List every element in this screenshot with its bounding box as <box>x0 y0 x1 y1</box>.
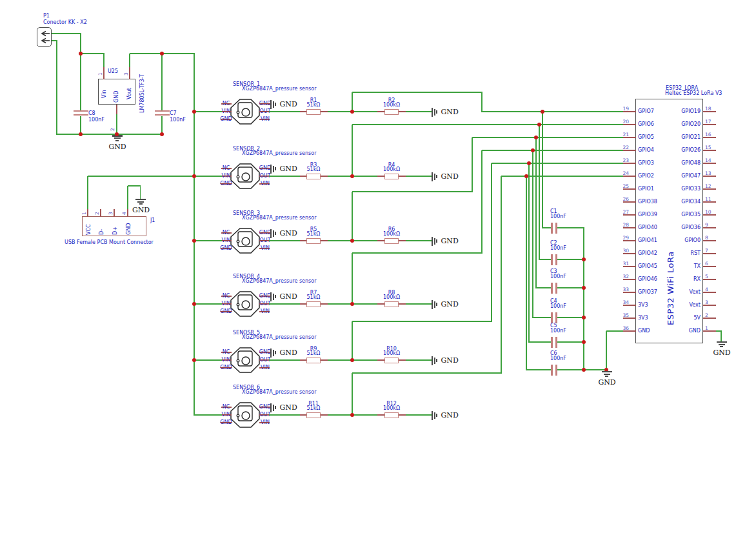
esp32-pin-number: 28 <box>622 223 629 228</box>
wire <box>501 176 624 177</box>
resistor-value: 51kΩ <box>307 103 321 108</box>
resistor-R9[interactable] <box>306 358 321 363</box>
wire <box>128 185 141 187</box>
resistor-R7[interactable] <box>306 301 321 307</box>
esp32-pin-number: 27 <box>622 210 629 215</box>
wire <box>557 287 584 288</box>
capacitor-value: 100nF <box>550 246 566 251</box>
esp32-pin-name: GPIO2 <box>638 174 654 179</box>
wire <box>557 341 584 343</box>
resistor-R10[interactable] <box>384 358 399 363</box>
j1-ref: J1 <box>150 218 155 223</box>
esp32-pin-number: 15 <box>705 145 711 150</box>
gnd-flag <box>275 103 276 106</box>
esp32-pin-number: 3 <box>705 300 708 305</box>
wire <box>539 125 540 260</box>
sensor-symbol-SENSOR_3[interactable] <box>230 227 262 254</box>
resistor-R5[interactable] <box>306 238 321 244</box>
sensor-symbol-SENOSR_5[interactable] <box>230 347 262 374</box>
gnd-net-label: GND <box>441 173 459 180</box>
wire <box>194 303 222 305</box>
j1-pin-name: D- <box>99 229 104 235</box>
wire <box>526 176 527 370</box>
j1-pin-name: D+ <box>113 227 118 235</box>
sensor-symbol-SENSOR_2[interactable] <box>230 163 262 190</box>
wire <box>52 33 81 34</box>
esp32-pin-name: GPIO48 <box>681 161 701 166</box>
wire <box>80 54 81 111</box>
sensor-pin-label: VIN <box>222 109 231 114</box>
gnd-flag <box>434 358 435 364</box>
resistor-R1[interactable] <box>306 109 321 115</box>
resistor-R12[interactable] <box>384 412 399 418</box>
wire <box>352 124 624 125</box>
wire <box>161 54 163 111</box>
pin-stub <box>321 359 328 361</box>
sensor-pin-label: VIN <box>222 174 231 179</box>
esp32-pin-number: 30 <box>622 248 629 254</box>
sensor-part: XGZP6847A_pressure sensor <box>242 390 316 395</box>
pin-stub <box>127 209 128 217</box>
esp32-pin-number: 36 <box>622 326 629 331</box>
esp32-pin-name: RST <box>690 251 701 256</box>
capacitor-plate <box>555 312 557 323</box>
gnd-symbol <box>719 344 725 345</box>
resistor-R6[interactable] <box>384 238 399 244</box>
esp32-pin-number: 4 <box>705 287 708 292</box>
wire <box>269 111 301 112</box>
gnd-flag <box>273 350 274 356</box>
gnd-symbol <box>114 137 121 139</box>
esp32-pin-name: GPIO33 <box>681 187 701 192</box>
esp32-pin-name: GPIO40 <box>638 225 657 230</box>
pin-stub <box>399 414 406 416</box>
sensor-pin-label: GND <box>259 294 271 299</box>
j1-pin-number: 3 <box>108 212 114 215</box>
wire <box>606 331 607 370</box>
gnd-symbol <box>135 199 146 200</box>
sensor-pin-label: NC <box>223 101 230 106</box>
sensor-pin-label: NC <box>223 166 230 171</box>
esp32-pin-name: GPIO37 <box>638 290 657 295</box>
pin-stub <box>399 359 406 361</box>
sensor-pin-label: VIN <box>222 412 231 418</box>
sensor-pin-label: GND <box>259 166 271 171</box>
gnd-net-label: GND <box>280 349 297 356</box>
u25-pin-vout: Vout <box>127 88 132 99</box>
esp32-pin-number: 23 <box>622 158 629 163</box>
wire <box>269 359 301 361</box>
p1-pin-arrows <box>37 28 53 46</box>
esp32-pin-name: GPIO20 <box>681 122 701 127</box>
esp32-pin-name: GPIO39 <box>638 212 657 217</box>
resistor-R3[interactable] <box>306 174 321 179</box>
sensor-symbol-SENSOR_1[interactable] <box>230 98 262 125</box>
u25-part: LM7805L-TF3-T <box>140 74 145 113</box>
resistor-R8[interactable] <box>384 301 399 307</box>
j1-gnd-label: GND <box>132 207 150 214</box>
pin-stub <box>321 240 328 241</box>
gnd-flag <box>270 100 272 109</box>
junction-dot <box>541 110 544 114</box>
wire <box>194 176 222 177</box>
esp32-pin-name: TX <box>694 264 701 269</box>
capacitor-plate <box>74 114 88 116</box>
gnd-flag <box>273 166 274 172</box>
wire <box>583 228 584 370</box>
gnd-flag <box>273 101 274 108</box>
wire <box>557 369 584 370</box>
sensor-symbol-SENSOR_6[interactable] <box>230 401 262 429</box>
wire <box>536 287 552 288</box>
wire <box>269 414 301 416</box>
esp32-pin-number: 9 <box>705 223 708 228</box>
p1-ref: P1 <box>43 14 50 19</box>
resistor-R2[interactable] <box>384 109 399 115</box>
wire <box>542 112 543 228</box>
sensor-symbol-SENSOR_4[interactable] <box>230 290 262 318</box>
capacitor-plate <box>551 254 552 265</box>
pin-stub <box>399 303 406 305</box>
wire <box>87 176 88 210</box>
sensor-pin-label: GND <box>259 101 271 106</box>
gnd-net-label: GND <box>441 412 459 419</box>
resistor-R11[interactable] <box>306 412 321 418</box>
wire <box>539 259 552 260</box>
resistor-R4[interactable] <box>384 174 399 179</box>
